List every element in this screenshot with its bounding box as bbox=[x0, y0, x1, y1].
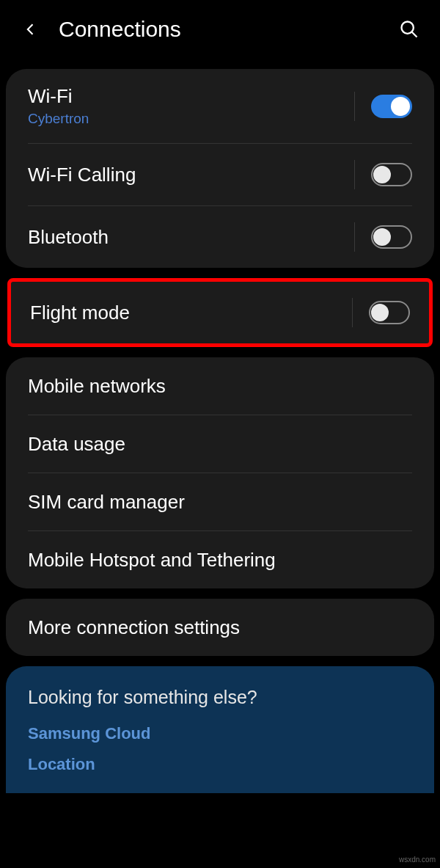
divider bbox=[354, 92, 355, 121]
search-icon bbox=[399, 19, 419, 40]
bluetooth-text: Bluetooth bbox=[28, 226, 354, 249]
hotspot-label: Mobile Hotspot and Tethering bbox=[28, 549, 412, 572]
flight-mode-toggle[interactable] bbox=[369, 301, 410, 324]
wifi-calling-text: Wi-Fi Calling bbox=[28, 164, 354, 186]
connections-group-4: More connection settings bbox=[6, 599, 434, 656]
page-title: Connections bbox=[59, 17, 396, 42]
svg-line-1 bbox=[412, 32, 417, 37]
toggle-knob bbox=[373, 228, 391, 246]
flight-mode-group-highlighted: Flight mode bbox=[7, 278, 433, 347]
toggle-knob bbox=[371, 304, 389, 321]
wifi-network-name: Cybertron bbox=[28, 111, 354, 127]
wifi-calling-toggle[interactable] bbox=[371, 163, 412, 186]
wifi-text: Wi-Fi Cybertron bbox=[28, 85, 354, 127]
footer-title: Looking for something else? bbox=[28, 687, 412, 708]
svg-point-0 bbox=[402, 22, 414, 34]
divider bbox=[352, 298, 353, 327]
wifi-toggle[interactable] bbox=[371, 95, 412, 118]
data-usage-text: Data usage bbox=[28, 433, 412, 456]
footer-link-samsung-cloud[interactable]: Samsung Cloud bbox=[28, 724, 412, 743]
header: Connections bbox=[0, 0, 440, 59]
watermark: wsxdn.com bbox=[399, 856, 436, 864]
flight-mode-text: Flight mode bbox=[30, 302, 352, 324]
mobile-networks-text: Mobile networks bbox=[28, 375, 412, 398]
more-settings-label: More connection settings bbox=[28, 616, 412, 639]
data-usage-label: Data usage bbox=[28, 433, 412, 456]
sim-manager-row[interactable]: SIM card manager bbox=[6, 473, 434, 530]
back-button[interactable] bbox=[18, 16, 44, 43]
sim-manager-label: SIM card manager bbox=[28, 491, 412, 514]
bluetooth-toggle[interactable] bbox=[371, 225, 412, 249]
connections-group-3: Mobile networks Data usage SIM card mana… bbox=[6, 357, 434, 588]
wifi-row[interactable]: Wi-Fi Cybertron bbox=[6, 69, 434, 143]
flight-mode-label: Flight mode bbox=[30, 302, 352, 324]
mobile-networks-label: Mobile networks bbox=[28, 375, 412, 398]
wifi-calling-row[interactable]: Wi-Fi Calling bbox=[6, 144, 434, 205]
divider bbox=[354, 160, 355, 189]
wifi-calling-label: Wi-Fi Calling bbox=[28, 164, 354, 186]
bluetooth-label: Bluetooth bbox=[28, 226, 354, 249]
sim-manager-text: SIM card manager bbox=[28, 491, 412, 514]
wifi-label: Wi-Fi bbox=[28, 85, 354, 108]
mobile-networks-row[interactable]: Mobile networks bbox=[6, 357, 434, 415]
more-settings-row[interactable]: More connection settings bbox=[6, 599, 434, 656]
divider bbox=[354, 222, 355, 252]
footer-suggestions: Looking for something else? Samsung Clou… bbox=[6, 666, 434, 793]
data-usage-row[interactable]: Data usage bbox=[6, 415, 434, 473]
toggle-knob bbox=[373, 166, 391, 183]
hotspot-row[interactable]: Mobile Hotspot and Tethering bbox=[6, 531, 434, 588]
footer-link-location[interactable]: Location bbox=[28, 755, 412, 774]
bluetooth-row[interactable]: Bluetooth bbox=[6, 206, 434, 268]
search-button[interactable] bbox=[396, 16, 422, 43]
toggle-knob bbox=[391, 97, 410, 116]
hotspot-text: Mobile Hotspot and Tethering bbox=[28, 549, 412, 572]
chevron-left-icon bbox=[23, 19, 38, 40]
connections-group-1: Wi-Fi Cybertron Wi-Fi Calling Bluetooth bbox=[6, 69, 434, 268]
more-settings-text: More connection settings bbox=[28, 616, 412, 639]
flight-mode-row[interactable]: Flight mode bbox=[11, 282, 429, 343]
